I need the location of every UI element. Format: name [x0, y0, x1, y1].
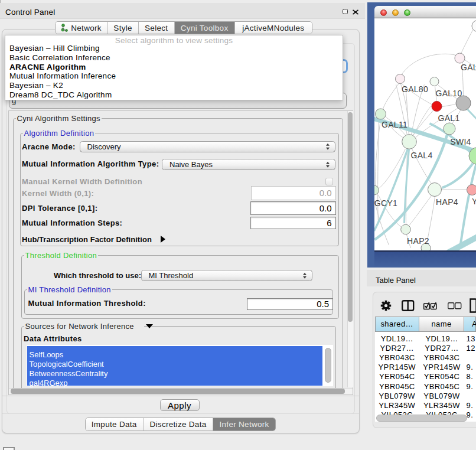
svg-text:GAL80: GAL80	[401, 84, 428, 94]
svg-text:SWI4: SWI4	[450, 137, 471, 146]
svg-text:HAP2: HAP2	[407, 236, 429, 246]
svg-text:YM: YM	[472, 197, 476, 206]
svg-text:GAL7: GAL7	[461, 63, 476, 72]
svg-text:GAL1: GAL1	[438, 113, 459, 123]
svg-text:GAL11: GAL11	[381, 120, 407, 129]
svg-text:GCY1: GCY1	[374, 198, 397, 208]
svg-text:GAL10: GAL10	[435, 89, 462, 98]
svg-text:GAL4: GAL4	[410, 151, 432, 160]
svg-text:HAP4: HAP4	[436, 197, 458, 207]
